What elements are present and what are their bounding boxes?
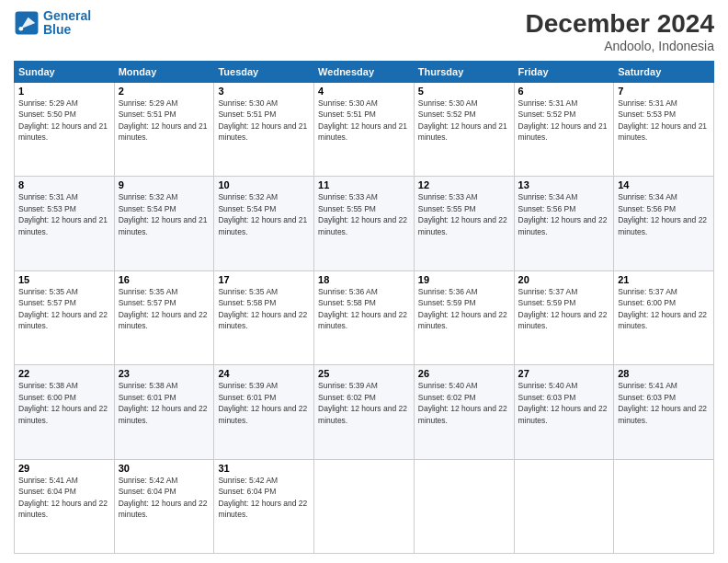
day-info: Sunrise: 5:42 AMSunset: 6:04 PMDaylight:… (218, 476, 307, 519)
calendar-table: Sunday Monday Tuesday Wednesday Thursday… (14, 61, 714, 554)
day-number: 7 (618, 86, 710, 97)
table-row: 20 Sunrise: 5:37 AMSunset: 5:59 PMDaylig… (514, 270, 614, 364)
col-sunday: Sunday (15, 62, 115, 83)
day-number: 24 (218, 368, 310, 379)
table-row (514, 459, 614, 553)
table-row: 23 Sunrise: 5:38 AMSunset: 6:01 PMDaylig… (114, 365, 214, 459)
day-info: Sunrise: 5:34 AMSunset: 5:56 PMDaylight:… (518, 192, 608, 236)
table-row: 31 Sunrise: 5:42 AMSunset: 6:04 PMDaylig… (214, 459, 314, 553)
table-row (314, 459, 415, 553)
day-number: 27 (518, 368, 610, 379)
day-info: Sunrise: 5:39 AMSunset: 6:01 PMDaylight:… (218, 381, 307, 424)
calendar-week-row: 15 Sunrise: 5:35 AMSunset: 5:57 PMDaylig… (15, 270, 714, 364)
table-row: 16 Sunrise: 5:35 AMSunset: 5:57 PMDaylig… (114, 270, 214, 364)
calendar-week-row: 8 Sunrise: 5:31 AMSunset: 5:53 PMDayligh… (15, 177, 714, 270)
col-thursday: Thursday (414, 62, 514, 83)
col-tuesday: Tuesday (214, 62, 314, 83)
day-number: 18 (318, 274, 410, 285)
day-info: Sunrise: 5:36 AMSunset: 5:58 PMDaylight:… (318, 287, 407, 330)
main-title: December 2024 (526, 9, 714, 39)
day-info: Sunrise: 5:35 AMSunset: 5:57 PMDaylight:… (18, 287, 108, 330)
table-row: 9 Sunrise: 5:32 AMSunset: 5:54 PMDayligh… (114, 177, 214, 270)
table-row: 15 Sunrise: 5:35 AMSunset: 5:57 PMDaylig… (15, 270, 115, 364)
day-number: 8 (18, 179, 110, 190)
day-info: Sunrise: 5:30 AMSunset: 5:51 PMDaylight:… (218, 98, 307, 142)
table-row: 22 Sunrise: 5:38 AMSunset: 6:00 PMDaylig… (15, 365, 115, 459)
table-row: 29 Sunrise: 5:41 AMSunset: 6:04 PMDaylig… (15, 459, 115, 553)
day-number: 20 (518, 274, 610, 285)
table-row: 18 Sunrise: 5:36 AMSunset: 5:58 PMDaylig… (314, 270, 415, 364)
day-number: 6 (518, 86, 610, 97)
day-info: Sunrise: 5:38 AMSunset: 6:00 PMDaylight:… (18, 381, 108, 424)
table-row: 4 Sunrise: 5:30 AMSunset: 5:51 PMDayligh… (314, 83, 415, 177)
table-row: 24 Sunrise: 5:39 AMSunset: 6:01 PMDaylig… (214, 365, 314, 459)
day-number: 3 (218, 86, 310, 97)
day-number: 28 (618, 368, 710, 379)
day-info: Sunrise: 5:29 AMSunset: 5:50 PMDaylight:… (18, 98, 108, 142)
day-number: 16 (119, 274, 210, 285)
page: General Blue December 2024 Andoolo, Indo… (0, 0, 728, 563)
day-number: 17 (218, 274, 310, 285)
table-row: 27 Sunrise: 5:40 AMSunset: 6:03 PMDaylig… (514, 365, 614, 459)
table-row (414, 459, 514, 553)
day-info: Sunrise: 5:38 AMSunset: 6:01 PMDaylight:… (119, 381, 208, 424)
day-info: Sunrise: 5:29 AMSunset: 5:51 PMDaylight:… (119, 98, 208, 142)
calendar-week-row: 22 Sunrise: 5:38 AMSunset: 6:00 PMDaylig… (15, 365, 714, 459)
table-row: 30 Sunrise: 5:42 AMSunset: 6:04 PMDaylig… (114, 459, 214, 553)
day-info: Sunrise: 5:30 AMSunset: 5:51 PMDaylight:… (318, 98, 407, 142)
table-row: 5 Sunrise: 5:30 AMSunset: 5:52 PMDayligh… (414, 83, 514, 177)
table-row: 7 Sunrise: 5:31 AMSunset: 5:53 PMDayligh… (614, 83, 714, 177)
table-row: 11 Sunrise: 5:33 AMSunset: 5:55 PMDaylig… (314, 177, 415, 270)
day-info: Sunrise: 5:37 AMSunset: 5:59 PMDaylight:… (518, 287, 608, 330)
day-number: 4 (318, 86, 410, 97)
day-info: Sunrise: 5:31 AMSunset: 5:53 PMDaylight:… (18, 192, 108, 236)
table-row: 25 Sunrise: 5:39 AMSunset: 6:02 PMDaylig… (314, 365, 415, 459)
col-friday: Friday (514, 62, 614, 83)
day-number: 12 (418, 179, 510, 190)
subtitle: Andoolo, Indonesia (526, 39, 714, 53)
day-number: 15 (18, 274, 110, 285)
day-info: Sunrise: 5:39 AMSunset: 6:02 PMDaylight:… (318, 381, 407, 424)
day-number: 9 (119, 179, 210, 190)
logo-icon (14, 10, 40, 36)
day-info: Sunrise: 5:34 AMSunset: 5:56 PMDaylight:… (618, 192, 707, 236)
logo-text: General Blue (43, 9, 91, 38)
day-number: 21 (618, 274, 710, 285)
day-number: 2 (119, 86, 210, 97)
table-row: 10 Sunrise: 5:32 AMSunset: 5:54 PMDaylig… (214, 177, 314, 270)
day-info: Sunrise: 5:37 AMSunset: 6:00 PMDaylight:… (618, 287, 707, 330)
col-saturday: Saturday (614, 62, 714, 83)
logo: General Blue (14, 9, 91, 38)
day-info: Sunrise: 5:30 AMSunset: 5:52 PMDaylight:… (418, 98, 507, 142)
day-number: 30 (119, 463, 210, 474)
table-row: 28 Sunrise: 5:41 AMSunset: 6:03 PMDaylig… (614, 365, 714, 459)
day-info: Sunrise: 5:32 AMSunset: 5:54 PMDaylight:… (119, 192, 208, 236)
col-wednesday: Wednesday (314, 62, 415, 83)
table-row: 1 Sunrise: 5:29 AMSunset: 5:50 PMDayligh… (15, 83, 115, 177)
day-number: 31 (218, 463, 310, 474)
table-row (614, 459, 714, 553)
table-row: 13 Sunrise: 5:34 AMSunset: 5:56 PMDaylig… (514, 177, 614, 270)
table-row: 21 Sunrise: 5:37 AMSunset: 6:00 PMDaylig… (614, 270, 714, 364)
day-info: Sunrise: 5:31 AMSunset: 5:52 PMDaylight:… (518, 98, 608, 142)
table-row: 14 Sunrise: 5:34 AMSunset: 5:56 PMDaylig… (614, 177, 714, 270)
day-number: 29 (18, 463, 110, 474)
day-info: Sunrise: 5:41 AMSunset: 6:04 PMDaylight:… (18, 476, 108, 519)
day-number: 13 (518, 179, 610, 190)
calendar-header-row: Sunday Monday Tuesday Wednesday Thursday… (15, 62, 714, 83)
day-number: 10 (218, 179, 310, 190)
day-info: Sunrise: 5:35 AMSunset: 5:58 PMDaylight:… (218, 287, 307, 330)
day-info: Sunrise: 5:33 AMSunset: 5:55 PMDaylight:… (318, 192, 407, 236)
table-row: 19 Sunrise: 5:36 AMSunset: 5:59 PMDaylig… (414, 270, 514, 364)
day-number: 19 (418, 274, 510, 285)
title-block: December 2024 Andoolo, Indonesia (526, 9, 714, 53)
day-number: 14 (618, 179, 710, 190)
table-row: 6 Sunrise: 5:31 AMSunset: 5:52 PMDayligh… (514, 83, 614, 177)
day-number: 1 (18, 86, 110, 97)
calendar-week-row: 29 Sunrise: 5:41 AMSunset: 6:04 PMDaylig… (15, 459, 714, 553)
day-info: Sunrise: 5:35 AMSunset: 5:57 PMDaylight:… (119, 287, 208, 330)
day-number: 26 (418, 368, 510, 379)
day-info: Sunrise: 5:36 AMSunset: 5:59 PMDaylight:… (418, 287, 507, 330)
day-info: Sunrise: 5:41 AMSunset: 6:03 PMDaylight:… (618, 381, 707, 424)
day-number: 22 (18, 368, 110, 379)
